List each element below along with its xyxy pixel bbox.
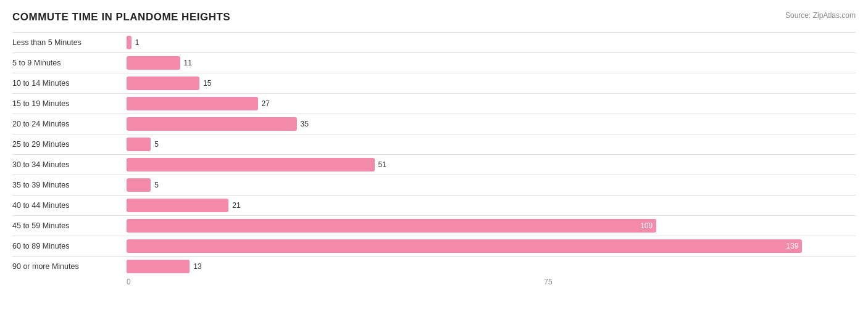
x-axis-container: 075150 <box>12 278 856 290</box>
bar-area: 109 <box>127 216 856 236</box>
bar-area: 11 <box>127 53 856 73</box>
bar-label: 5 to 9 Minutes <box>12 59 127 67</box>
bar-area: 5 <box>127 175 856 195</box>
bar-value: 21 <box>232 201 240 210</box>
bar-label: Less than 5 Minutes <box>12 38 127 47</box>
table-row: 45 to 59 Minutes109 <box>12 215 856 236</box>
bar-value: 51 <box>378 160 386 169</box>
table-row: 15 to 19 Minutes27 <box>12 93 856 114</box>
bar-value: 27 <box>262 99 270 108</box>
bar-area: 5 <box>127 134 856 154</box>
bar <box>127 199 228 212</box>
bar: 109 <box>127 219 656 233</box>
bar-value: 13 <box>193 262 201 271</box>
bar <box>127 260 190 273</box>
bar <box>127 56 180 70</box>
bar-value: 139 <box>786 242 798 250</box>
bar-label: 30 to 34 Minutes <box>12 160 127 169</box>
bar-area: 51 <box>127 155 856 175</box>
bar-area: 13 <box>127 257 856 276</box>
bar-value: 109 <box>640 221 653 230</box>
table-row: 40 to 44 Minutes21 <box>12 195 856 215</box>
chart-source: Source: ZipAtlas.com <box>785 11 856 20</box>
bar-label: 15 to 19 Minutes <box>12 99 127 108</box>
bar <box>127 76 199 90</box>
bar-area: 35 <box>127 114 856 134</box>
chart-container: COMMUTE TIME IN PLANDOME HEIGHTS Source:… <box>0 0 868 315</box>
bar-label: 60 to 89 Minutes <box>12 242 127 250</box>
bar <box>127 158 375 171</box>
table-row: 35 to 39 Minutes5 <box>12 175 856 195</box>
bar <box>127 117 297 131</box>
bar-label: 45 to 59 Minutes <box>12 221 127 230</box>
x-axis-label: 75 <box>544 278 552 286</box>
table-row: 5 to 9 Minutes11 <box>12 52 856 73</box>
table-row: 25 to 29 Minutes5 <box>12 134 856 154</box>
bar-area: 139 <box>127 236 856 256</box>
bars-container: Less than 5 Minutes15 to 9 Minutes1110 t… <box>12 32 856 276</box>
table-row: 90 or more Minutes13 <box>12 256 856 276</box>
bar-label: 25 to 29 Minutes <box>12 140 127 149</box>
bar-area: 15 <box>127 73 856 93</box>
bar-area: 27 <box>127 94 856 114</box>
bar: 139 <box>127 239 802 253</box>
table-row: 20 to 24 Minutes35 <box>12 114 856 134</box>
bar-area: 1 <box>127 33 856 52</box>
bar-label: 90 or more Minutes <box>12 262 127 271</box>
table-row: 10 to 14 Minutes15 <box>12 73 856 93</box>
bar-value: 11 <box>184 59 192 67</box>
chart-body: Less than 5 Minutes15 to 9 Minutes1110 t… <box>12 32 856 290</box>
bar-area: 21 <box>127 196 856 215</box>
x-axis: 075150 <box>12 278 856 290</box>
chart-header: COMMUTE TIME IN PLANDOME HEIGHTS Source:… <box>12 11 856 23</box>
bar-value: 15 <box>203 79 211 88</box>
bar-label: 20 to 24 Minutes <box>12 120 127 128</box>
x-axis-label: 0 <box>127 278 131 286</box>
bar-value: 35 <box>301 120 309 128</box>
table-row: 30 to 34 Minutes51 <box>12 154 856 175</box>
bar <box>127 178 151 192</box>
bar-value: 5 <box>154 181 159 189</box>
bar-label: 40 to 44 Minutes <box>12 201 127 210</box>
table-row: Less than 5 Minutes1 <box>12 32 856 52</box>
bar-label: 10 to 14 Minutes <box>12 79 127 88</box>
bar <box>127 97 258 110</box>
bar-value: 1 <box>135 38 140 47</box>
bar <box>127 36 131 49</box>
bar <box>127 138 151 151</box>
bar-label: 35 to 39 Minutes <box>12 181 127 189</box>
chart-title: COMMUTE TIME IN PLANDOME HEIGHTS <box>12 11 230 23</box>
bar-value: 5 <box>154 140 159 149</box>
table-row: 60 to 89 Minutes139 <box>12 236 856 256</box>
